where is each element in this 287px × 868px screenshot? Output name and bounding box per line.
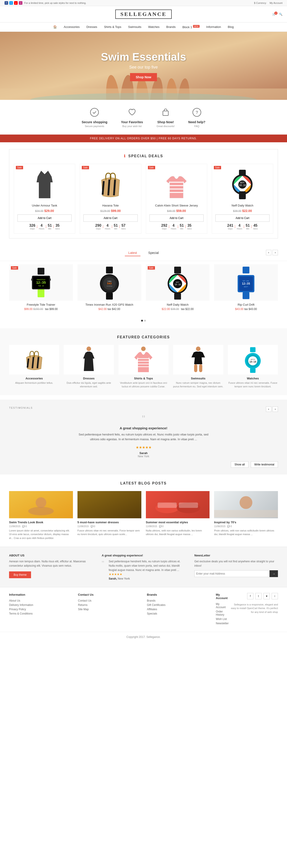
product-tabs: Latest Special [0,245,287,261]
footer-link-sitemap[interactable]: Site Map [78,608,140,611]
footer-link-terms[interactable]: Terms & Conditions [9,612,71,615]
svg-rect-84 [179,502,198,508]
add-to-cart-shirt[interactable]: Add to Cart [149,214,204,222]
nav-shirts[interactable]: Shirts & Tops [104,25,121,29]
dot-2[interactable] [144,320,146,321]
write-testimonial-btn[interactable]: Write testimonial [251,461,278,468]
nav-dresses[interactable]: Dresses [86,25,97,29]
blog-post-2[interactable]: 5 must-have summer dresses 11/08/2015 💬 … [77,491,141,540]
neff-image: Sale NEFF 10:10 [146,265,210,301]
dresses-desc: Duis efficitur dui ligula, eget sagittis… [64,381,114,388]
footer-link-newsletter[interactable]: Newsletter [216,622,229,625]
currency-selector[interactable]: $ Currency [254,2,266,4]
nav-swimsuits[interactable]: Swimsuits [128,25,141,29]
neff-tax: tax $22.00 [181,308,194,311]
testimonials-next-btn[interactable]: › [273,406,278,412]
svg-rect-43 [106,293,113,300]
category-dresses[interactable]: Dresses Duis efficitur dui ligula, eget … [64,345,114,388]
product-card-tank: Sale Under Armour Tank $34.00 $29.00 Add… [14,164,75,234]
svg-text:10:10: 10:10 [249,361,256,363]
tote-image [83,167,138,202]
nav-blog[interactable]: Blog [228,25,234,29]
footer-link-orderhistory[interactable]: Order History [216,610,229,616]
newsletter-email-input[interactable] [194,570,270,577]
category-accessories[interactable]: Accessories Aliquam fermentum porttitor … [9,345,59,388]
category-shirts[interactable]: Shirts & Tops Vestibulum ante ipsum orci… [118,345,169,388]
blog-text-3: Nulla ultrices, velit non varius sollici… [146,529,210,536]
nav-information[interactable]: Information [206,25,221,29]
freestyle-price: $99.00 [24,308,33,311]
dot-1[interactable] [141,320,143,321]
footer-link-specials[interactable]: Specials [147,612,209,615]
footer-link-brands[interactable]: Brands [147,599,209,602]
buy-theme-btn[interactable]: Buy theme [9,571,31,578]
tab-next-btn[interactable]: › [273,250,278,255]
blog-post-3[interactable]: Summer most essential styles 11/08/2015 … [146,491,210,540]
footer-twitter-icon[interactable]: t [255,593,262,599]
help-icon: ? [191,107,203,118]
svg-text:WATCH: WATCH [251,359,255,360]
youtube-icon[interactable]: y [14,1,18,5]
svg-rect-86 [214,510,278,517]
footer-facebook-icon[interactable]: f [247,593,253,599]
top-bar: f t y i For a limited time, pick up sale… [0,0,287,6]
feature-help-sub: FAQ [188,125,205,127]
footer-link-delivery[interactable]: Delivery Information [9,603,71,607]
feature-favorites-title: Your Favorites [121,120,143,124]
add-to-cart-tank[interactable]: Add to Cart [17,214,72,222]
footer-link-giftcerts[interactable]: Gift Certificates [147,603,209,607]
facebook-icon[interactable]: f [4,1,8,5]
nav-watches[interactable]: Watches [148,25,159,29]
account-menu[interactable]: My Account [270,2,283,4]
add-to-cart-tote[interactable]: Add to Cart [83,214,138,222]
svg-rect-83 [157,502,177,508]
svg-line-58 [27,359,29,368]
nav-brands[interactable]: Brands [166,25,176,29]
shirts-image [118,345,169,374]
footer-link-contactus[interactable]: Contact Us [78,599,140,602]
nav-accessories[interactable]: Accessories [64,25,79,29]
show-all-testimonials-btn[interactable]: Show all [231,461,248,468]
tank-sale-price: $29.00 [44,209,54,213]
footer-link-about[interactable]: About Us [9,599,71,602]
blog-text-4: Proin ultrices, velit non varius sollici… [214,529,278,536]
nav-block1[interactable]: Block 1 NEW [182,25,199,29]
blog-post-4[interactable]: Inspired by 70's 11/06/2015 💬 0 Proin ul… [214,491,278,540]
svg-rect-76 [250,368,255,373]
logo[interactable]: SELLEGANCE [115,9,172,19]
add-to-cart-watch[interactable]: Add to Cart [215,214,270,222]
nav-home[interactable]: 🏠 [53,25,57,29]
blog-post-1[interactable]: Swim Trends Look Book 11/08/2015 💬 0 Lor… [9,491,73,540]
category-watches[interactable]: WATCH 10:10 Watches Fusce ultrices vitae… [228,345,278,388]
shop-now-button[interactable]: Shop Now [130,73,157,81]
footer-link-privacy[interactable]: Privacy Policy [9,608,71,611]
footer-link-affiliates[interactable]: Affiliates [147,608,209,611]
footer-pinterest-icon[interactable]: ♥ [263,593,270,599]
sale-badge-3: Sale [148,166,155,169]
blog-title-3: Summer most essential styles [146,521,210,524]
footer-link-returns[interactable]: Returns [78,603,140,607]
blog-meta-3: 11/08/2015 💬 0 [146,525,210,528]
feature-favorites-sub: Buy your wish list [121,125,143,127]
countdown-shirt: 292Days : 4Hours : 51Min : 35Secs [149,223,204,230]
twitter-icon[interactable]: t [9,1,13,5]
footer-link-wishlist[interactable]: Wish List [216,617,229,621]
instagram-icon[interactable]: i [19,1,23,5]
tab-special[interactable]: Special [145,250,162,256]
svg-rect-33 [31,278,33,281]
svg-point-62 [141,346,146,351]
search-icon[interactable]: 🔍 [279,13,283,16]
testimonials-prev-btn[interactable]: ‹ [266,406,272,412]
svg-rect-57 [243,292,249,299]
shirts-desc: Vestibulum ante ipsum orci in faucibus o… [118,381,169,388]
newsletter-submit-btn[interactable]: → [270,570,278,577]
carousel-dots [0,317,287,324]
footer-instagram-icon[interactable]: i [272,593,278,599]
watches-image: WATCH 10:10 [228,345,278,374]
svg-rect-34 [49,278,51,281]
cart-icon[interactable]: 🛒 2 [272,13,276,16]
category-swimsuits[interactable]: Swimsuits Nunc rutrum semper magna, nec … [173,345,223,388]
tab-latest[interactable]: Latest [125,250,140,256]
footer-link-myaccount[interactable]: My Account [216,602,229,609]
tab-prev-btn[interactable]: ‹ [266,250,272,255]
